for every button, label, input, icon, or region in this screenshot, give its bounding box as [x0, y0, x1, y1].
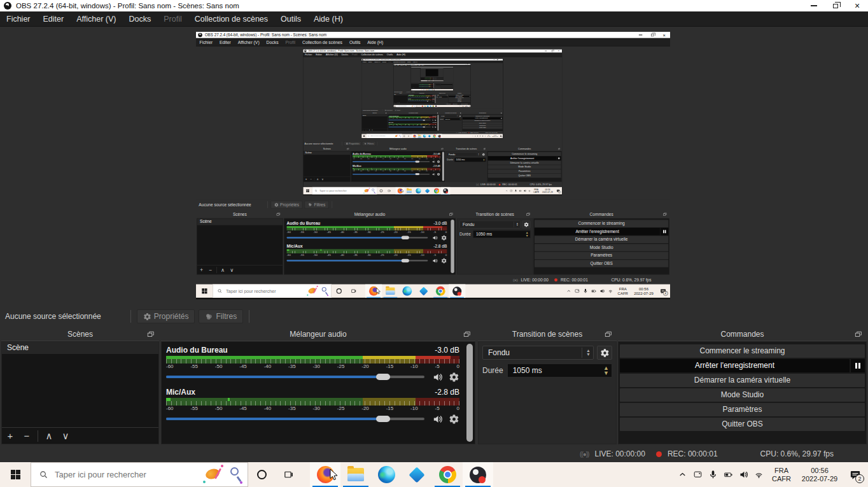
scenes-dock-header: Scènes: [421, 77, 425, 78]
notification-icon: [557, 189, 560, 192]
speaker-icon: [459, 106, 460, 106]
meter-tick-labels: -60-55-50-45-40-35-30-25-20-15-10-50: [353, 170, 440, 172]
studio-mode-button: Mode Studio: [437, 78, 444, 79]
dock-popout-icon[interactable]: [146, 330, 155, 339]
transition-settings-button[interactable]: [597, 346, 612, 360]
volume-slider[interactable]: [166, 418, 424, 420]
spinbox-arrows-icon[interactable]: ▲▼: [603, 365, 609, 376]
taskbar-clock[interactable]: 00:56 2022-07-29: [797, 467, 843, 483]
filters-button[interactable]: Filtres: [199, 309, 243, 323]
taskbar-app-firefox[interactable]: [310, 462, 340, 487]
gear-icon: [482, 153, 484, 155]
menu-aide[interactable]: Aide (H): [307, 11, 349, 27]
stop-recording-button[interactable]: Arrêter l'enregistrement: [620, 359, 850, 372]
tray-chevron-up-button: [444, 89, 444, 90]
channel-settings-gear-icon[interactable]: [449, 372, 459, 383]
tray-screen-capture-button[interactable]: [690, 462, 705, 487]
transition-type-select[interactable]: Fondu ▲▼: [482, 346, 594, 360]
start-streaming-button[interactable]: Commencer le streaming: [620, 344, 865, 358]
start-virtual-camera-button[interactable]: Démarrer la caméra virtuelle: [620, 374, 865, 387]
mixer-channel-desktop-audio: Audio du Bureau -3.0 dB -60-55-50-45-40-…: [287, 220, 447, 241]
restore-button[interactable]: [825, 0, 846, 11]
search-highlight-doodle: [306, 285, 331, 297]
taskbar-app-edge[interactable]: [371, 462, 402, 487]
search-highlight-doodle[interactable]: [202, 463, 248, 486]
menu-profil[interactable]: Profil: [157, 11, 188, 27]
tray-microphone-button[interactable]: [705, 462, 720, 487]
mixer-scrollbar[interactable]: [466, 344, 473, 442]
close-button[interactable]: ×: [846, 0, 868, 11]
task-view-button[interactable]: [275, 462, 302, 487]
tray-volume-button[interactable]: [736, 462, 751, 487]
properties-button[interactable]: Propriétés: [137, 309, 195, 323]
action-center-button[interactable]: 2: [843, 462, 868, 487]
transition-body: Fondu ▲▼ Durée 1050 ms ▲▼: [457, 218, 533, 274]
scenes-toolbar: + − ∧ ∨: [362, 129, 388, 131]
settings-button[interactable]: Paramètres: [620, 403, 865, 416]
studio-mode-button[interactable]: Mode Studio: [620, 388, 865, 402]
volume-slider[interactable]: [166, 376, 424, 378]
move-scene-down-button[interactable]: ∨: [57, 430, 74, 442]
mixer-body: Audio du Bureau -3.0 dB -60-55-50-45-40-…: [351, 151, 445, 181]
remove-scene-button[interactable]: −: [18, 430, 35, 441]
mute-speaker-icon[interactable]: [432, 372, 443, 383]
dock-popout-icon: [433, 83, 434, 83]
volume-slider-handle[interactable]: [376, 374, 390, 380]
microphone-icon: [514, 189, 517, 192]
menu-editer[interactable]: Editer: [37, 11, 71, 27]
restore-icon: [552, 50, 553, 52]
scenes-dock-header[interactable]: Scènes: [1, 327, 159, 341]
mixer-dock-title: Mélangeur audio: [419, 93, 424, 94]
keyboard-layout: CAFR: [766, 475, 797, 483]
language-code: FRA: [461, 106, 464, 106]
taskbar-app-obs[interactable]: [463, 462, 493, 487]
minimize-button[interactable]: [803, 0, 825, 11]
dock-popout-icon[interactable]: [854, 330, 863, 339]
scene-list-item[interactable]: Scène: [2, 342, 158, 354]
channel-name: Audio du Bureau: [166, 346, 228, 355]
tray-screen-capture-button: [509, 187, 514, 195]
move-scene-up-button[interactable]: ∧: [41, 430, 57, 442]
tray-battery-button[interactable]: [720, 462, 736, 487]
volume-slider-handle[interactable]: [376, 416, 390, 422]
taskbar-app-file-explorer[interactable]: [340, 462, 371, 487]
clock-date: 2022-07-29: [631, 291, 656, 295]
mouse-cursor: [376, 288, 381, 296]
menu-afficher[interactable]: Afficher (V): [70, 11, 122, 27]
taskbar-app-chrome[interactable]: [432, 462, 463, 487]
obs-logo-icon: [198, 33, 202, 38]
tray-chevron-up-button[interactable]: [675, 462, 690, 487]
tray-volume-button: [481, 134, 484, 138]
cortana-button[interactable]: [248, 462, 275, 487]
mixer-dock-header[interactable]: Mélangeur audio: [161, 327, 475, 341]
pause-recording-button[interactable]: [851, 359, 865, 372]
dock-popout-icon[interactable]: [604, 330, 613, 339]
taskbar-app-kodi[interactable]: [402, 462, 432, 487]
volume-slider-handle: [402, 259, 409, 262]
tray-chevron-up-button: [564, 285, 573, 298]
taskbar-app-firefox: [421, 105, 424, 107]
mute-speaker-icon[interactable]: [432, 414, 443, 425]
rec-status: REC: 00:00:01: [502, 183, 517, 186]
menu-docks[interactable]: Docks: [122, 11, 157, 27]
volume-slider-handle: [416, 160, 420, 162]
menu-outils[interactable]: Outils: [274, 11, 307, 27]
controls-dock-header[interactable]: Commandes: [618, 327, 867, 341]
channel-name: Mic/Aux: [353, 165, 361, 167]
properties-button: Propriétés: [405, 92, 410, 93]
start-button[interactable]: [0, 462, 31, 487]
menu-collection-scenes[interactable]: Collection de scènes: [188, 11, 274, 27]
mixer-body: Audio du Bureau -3.0 dB -60-55-50-45-40-…: [424, 77, 433, 80]
menu-fichier[interactable]: Fichier: [0, 11, 37, 27]
channel-settings-gear-icon[interactable]: [449, 414, 459, 425]
taskbar-search[interactable]: [31, 462, 248, 487]
live-status: LIVE: 00:00:00: [440, 88, 442, 89]
quit-obs-button[interactable]: Quitter OBS: [620, 418, 865, 431]
language-indicator[interactable]: FRA CAFR: [766, 467, 797, 483]
dock-popout-icon[interactable]: [463, 330, 472, 339]
tray-network-button[interactable]: [751, 462, 766, 487]
add-scene-button[interactable]: +: [2, 430, 18, 441]
search-input[interactable]: [53, 469, 202, 480]
transition-dock-header[interactable]: Transition de scènes: [478, 327, 617, 341]
duration-spinbox[interactable]: 1050 ms ▲▼: [507, 363, 612, 378]
